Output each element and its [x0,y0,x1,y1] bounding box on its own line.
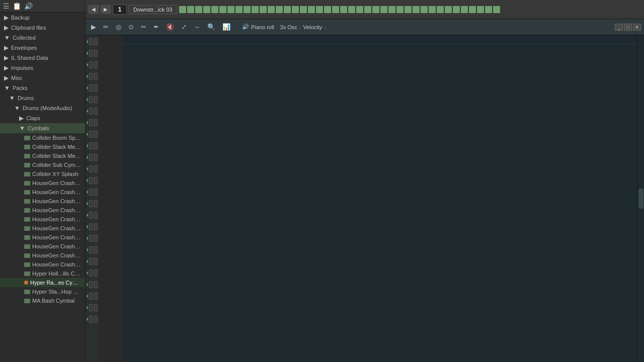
beat-btn-25[interactable] [380,6,387,13]
channel-btn-2[interactable] [94,189,98,196]
clipboard-icon[interactable]: 📋 [13,2,21,10]
sidebar-item-housegen-crash-01[interactable]: HouseGen Crash 01 [0,178,85,188]
channel-btn-1[interactable] [89,119,93,126]
beat-btn-0[interactable] [179,6,186,13]
sidebar-item-hyper-holl-cymbal[interactable]: Hyper Holl...ills Cymbal [0,269,85,278]
beat-btn-16[interactable] [308,6,315,13]
minimize-btn[interactable]: _ [615,24,623,31]
beat-btn-27[interactable] [396,6,404,13]
channel-btn-2[interactable] [94,108,98,115]
channel-btn-1[interactable] [89,223,93,230]
channel-btn-2[interactable] [94,50,98,57]
channel-btn-2[interactable] [94,212,98,219]
sidebar-item-backup[interactable]: ▶ Backup [0,13,85,23]
maximize-btn[interactable]: □ [624,24,632,31]
channel-btn-2[interactable] [94,96,98,103]
channel-btn-2[interactable] [94,235,98,242]
channel-btn-1[interactable] [89,108,93,115]
channel-btn-1[interactable] [89,50,93,57]
channel-btn-2[interactable] [94,119,98,126]
channel-btn-2[interactable] [94,61,98,68]
channel-btn-1[interactable] [89,96,93,103]
sidebar-item-ma-bash-cymbal[interactable]: MA Bash Cymbal [0,296,85,305]
beat-btn-39[interactable] [493,6,500,13]
sidebar-item-packs[interactable]: ▼ Packs [0,83,85,93]
beat-btn-22[interactable] [356,6,363,13]
scroll-tool-btn[interactable]: ↔ [191,22,203,32]
velocity-btn[interactable]: 📊 [220,22,233,32]
beat-btn-20[interactable] [340,6,347,13]
beat-btn-10[interactable] [260,6,267,13]
sidebar-item-hyper-sta-cymbal[interactable]: Hyper Sta...Hop Cymbal [0,287,85,296]
zoom-tool-btn[interactable]: ⤢ [179,22,189,32]
channel-btn-1[interactable] [89,269,93,277]
channel-btn-2[interactable] [94,258,98,265]
beat-btn-1[interactable] [187,6,194,13]
beat-btn-12[interactable] [276,6,283,13]
channel-btn-1[interactable] [89,177,93,184]
beat-btn-35[interactable] [461,6,468,13]
channel-btn-1[interactable] [89,304,93,311]
sidebar-item-housegen-crash-10[interactable]: HouseGen Crash 10 [0,260,85,269]
channel-btn-1[interactable] [89,316,93,323]
channel-btn-1[interactable] [89,142,93,149]
sidebar-item-drums-modeaudio[interactable]: ▼ Drums (ModeAudio) [0,103,85,113]
beat-btn-6[interactable] [227,6,234,13]
beat-btn-29[interactable] [413,6,420,13]
sidebar-item-il-shared-data[interactable]: ▶ IL Shared Data [0,53,85,63]
beat-btn-3[interactable] [203,6,210,13]
channel-btn-1[interactable] [89,246,93,253]
mute-tool-btn[interactable]: 🔇 [164,22,177,32]
channel-btn-2[interactable] [94,246,98,253]
sidebar-item-envelopes[interactable]: ▶ Envelopes [0,43,85,53]
beat-btn-13[interactable] [284,6,291,13]
channel-btn-2[interactable] [94,165,98,172]
beat-btn-32[interactable] [437,6,444,13]
beat-btn-36[interactable] [469,6,476,13]
sidebar-item-collider-xy-splash[interactable]: Collider XY Splash [0,169,85,178]
beat-btn-33[interactable] [445,6,452,13]
sidebar-item-housegen-crash-08[interactable]: HouseGen Crash 08 [0,242,85,251]
channel-btn-1[interactable] [89,281,93,288]
beat-btn-5[interactable] [219,6,226,13]
beat-btn-38[interactable] [485,6,492,13]
sidebar-item-drums[interactable]: ▼ Drums [0,93,85,103]
sidebar-item-housegen-crash-09[interactable]: HouseGen Crash 09 [0,251,85,260]
play-tool-btn[interactable]: ▶ [89,22,99,32]
beat-btn-24[interactable] [372,6,379,13]
beat-btn-31[interactable] [429,6,436,13]
beat-btn-23[interactable] [364,6,371,13]
channel-btn-1[interactable] [89,165,93,172]
channel-btn-1[interactable] [89,200,93,207]
beat-btn-4[interactable] [211,6,218,13]
sidebar-item-misc[interactable]: ▶ Misc [0,73,85,83]
beat-btn-8[interactable] [244,6,251,13]
channel-btn-2[interactable] [94,38,98,45]
channel-btn-2[interactable] [94,73,98,80]
sidebar-item-collider-boom-splash[interactable]: Collider Boom Splash [0,133,85,142]
beat-btn-9[interactable] [252,6,259,13]
zoom-in-btn[interactable]: 🔍 [205,22,218,32]
channel-btn-1[interactable] [89,73,93,80]
channel-btn-1[interactable] [89,84,93,92]
audio-icon[interactable]: 🔊 [24,2,33,10]
menu-icon[interactable]: ☰ [3,2,10,10]
piano-grid[interactable] [123,35,637,362]
sidebar-item-housegen-crash-03[interactable]: HouseGen Crash 03 [0,197,85,206]
beat-btn-17[interactable] [316,6,323,13]
draw-tool-btn[interactable]: ✏ [101,22,111,32]
channel-btn-1[interactable] [89,212,93,219]
beat-btn-30[interactable] [421,6,428,13]
sidebar-item-housegen-crash-04[interactable]: HouseGen Crash 04 [0,206,85,215]
sidebar-item-housegen-crash-07[interactable]: HouseGen Crash 07 [0,233,85,242]
sidebar-item-housegen-crash-02[interactable]: HouseGen Crash 02 [0,188,85,197]
channel-btn-1[interactable] [89,154,93,161]
sidebar-item-collider-slack-metal-02[interactable]: Collider Slack Metal 02 [0,151,85,160]
sidebar-item-hyper-ra-cymbal[interactable]: Hyper Ra...es Cymbal [0,278,85,287]
close-btn[interactable]: ✕ [633,24,641,31]
channel-btn-1[interactable] [89,131,93,138]
channel-btn-2[interactable] [94,131,98,138]
channel-btn-2[interactable] [94,316,98,323]
beat-btn-7[interactable] [235,6,243,13]
transport-prev-btn[interactable]: ◀ [89,5,99,14]
